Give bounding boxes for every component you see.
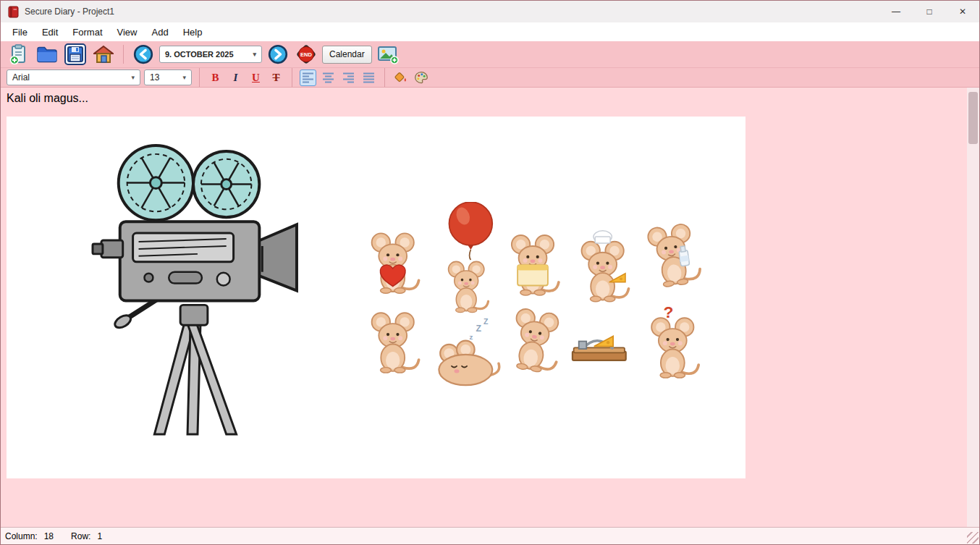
menu-bar: File Edit Format View Add Help [1,22,979,41]
add-image-button[interactable] [376,43,400,66]
toolbar-separator [384,68,385,87]
new-entry-icon [9,44,29,64]
menu-edit[interactable]: Edit [35,25,65,40]
mouse-chef [582,231,629,302]
menu-help[interactable]: Help [176,25,210,40]
status-row-label: Row: [71,531,90,541]
save-icon [64,43,86,65]
fill-color-icon [394,70,408,85]
font-size-value: 13 [150,72,159,83]
diary-text: Kali oli magus... [7,92,88,105]
status-bar: Column: 18 Row: 1 [1,527,979,544]
app-window: Secure Diary - Project1 — □ ✕ File Edit … [0,0,980,545]
menu-format[interactable]: Format [65,25,109,40]
status-column-label: Column: [5,531,38,541]
align-left-icon [302,72,314,83]
italic-button[interactable]: I [227,69,244,86]
add-image-icon [377,44,399,64]
mouse-with-milk [647,222,702,288]
mouse-crawling [508,308,565,375]
status-column-value: 18 [44,531,54,541]
new-entry-button[interactable] [7,43,31,66]
maximize-button[interactable]: □ [913,1,946,22]
svg-text:z: z [470,333,473,341]
open-button[interactable] [35,43,59,66]
bold-button[interactable]: B [207,69,224,86]
mice-stickers-image: z Z Z [363,202,719,386]
date-value: 9. OCTOBER 2025 [165,50,234,59]
end-sign-icon: END [295,43,317,65]
calendar-button[interactable]: Calendar [322,46,372,64]
vertical-scrollbar[interactable] [967,88,979,528]
mousetrap-with-cheese [573,336,626,360]
underline-button[interactable]: U [248,69,264,86]
inserted-image[interactable]: z Z Z [7,117,745,478]
fill-color-button[interactable] [392,69,409,86]
font-family-value: Arial [12,72,30,83]
movie-camera-image [83,141,305,443]
window-title: Secure Diary - Project1 [25,7,114,17]
diary-editor[interactable]: Kali oli magus... [1,88,979,528]
save-button[interactable] [63,43,88,66]
home-icon [93,45,114,64]
end-button[interactable]: END [294,43,318,66]
previous-day-button[interactable] [131,43,156,66]
align-left-button[interactable] [300,69,316,86]
mouse-sleeping: z Z Z [439,317,499,385]
toolbar-separator [199,68,200,87]
home-button[interactable] [91,43,116,66]
status-row-value: 1 [97,531,102,541]
resize-grip[interactable] [967,532,979,544]
menu-view[interactable]: View [110,25,145,40]
menu-add[interactable]: Add [144,25,175,40]
date-select[interactable]: 9. OCTOBER 2025 ▾ [159,46,262,63]
align-justify-button[interactable] [360,69,377,86]
end-badge-text: END [298,46,314,62]
align-justify-icon [363,72,375,83]
align-right-button[interactable] [340,69,357,86]
close-button[interactable]: ✕ [946,1,979,22]
window-controls: — □ ✕ [879,1,979,22]
menu-file[interactable]: File [5,25,35,40]
italic-icon: I [234,72,238,84]
main-toolbar: 9. OCTOBER 2025 ▾ END Calendar [1,41,979,68]
toolbar-separator [292,68,292,87]
chevron-down-icon: ▾ [178,74,186,81]
open-folder-icon [36,45,58,64]
mouse-with-balloon [449,202,493,312]
align-right-icon [342,72,355,83]
strikethrough-icon: T [272,72,279,84]
strikethrough-button[interactable]: T [268,69,284,86]
chevron-down-icon: ▾ [248,51,256,58]
chevron-down-icon: ▾ [127,74,135,81]
arrow-left-icon [133,44,153,64]
svg-text:Z: Z [476,324,481,334]
underline-icon: U [252,72,260,84]
scrollbar-thumb[interactable] [968,92,978,144]
font-family-select[interactable]: Arial ▾ [7,69,140,85]
palette-button[interactable] [413,69,429,86]
mouse-with-sign [512,235,559,295]
palette-icon [414,70,428,85]
font-size-select[interactable]: 13 ▾ [144,69,192,85]
bold-icon: B [211,72,219,84]
align-center-button[interactable] [320,69,337,86]
format-toolbar: Arial ▾ 13 ▾ B I U T [1,68,979,88]
minimize-button[interactable]: — [879,1,913,22]
mouse-standing [372,313,419,373]
arrow-right-icon [268,44,288,64]
title-bar: Secure Diary - Project1 — □ ✕ [1,1,979,22]
align-center-icon [322,72,334,83]
svg-text:Z: Z [483,317,489,326]
toolbar-separator [123,45,124,64]
app-diary-icon [7,6,20,18]
next-day-button[interactable] [266,43,290,66]
mouse-with-question: ? [651,303,698,378]
mouse-with-heart [372,233,419,293]
